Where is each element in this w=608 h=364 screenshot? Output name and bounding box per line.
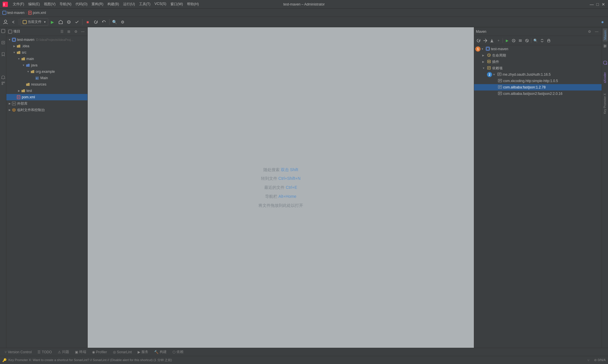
update-button[interactable] [92,18,100,26]
maven-search-btn[interactable]: 🔍 [532,37,539,44]
menu-navigate[interactable]: 导航(N) [58,1,73,7]
panel-collapse-btn[interactable]: ☰ [59,29,65,35]
tab-profiler[interactable]: ◉ Profiler [89,348,110,356]
tab-build-label: 构建 [160,349,167,354]
debug-button[interactable] [65,18,73,26]
maven-hide-btn[interactable]: — [593,28,600,35]
pom-file-icon [16,95,21,99]
tab-build[interactable]: 🔨 构建 [151,348,170,356]
refresh-button[interactable] [100,18,108,26]
maven-collapse-all-btn[interactable] [539,37,545,44]
tree-item-scratch[interactable]: ▶ 临时文件和控制台 [6,107,87,113]
right-tab-operations[interactable]: 運維 [602,48,608,52]
dropdown-arrow-icon: ▼ [44,21,46,23]
maven-deps-icon [487,66,491,71]
maven-skip-tests-btn[interactable] [524,37,530,44]
sidebar-bookmark-icon[interactable] [1,52,6,57]
right-tab-axcoder-label[interactable]: aXcoder [603,70,607,85]
stop-button[interactable]: ■ [84,18,91,26]
breadcrumb-file[interactable]: pom.xml [28,11,46,15]
right-tab-maven[interactable]: Maven [603,28,607,41]
menu-file[interactable]: 文件(F) [11,1,26,7]
maven-sep-2 [531,38,531,43]
maven-run-btn[interactable]: ▶ [504,37,510,44]
tree-item-src[interactable]: ▼ src [6,49,87,56]
close-button[interactable]: ✕ [601,2,606,7]
panel-autoscroll-btn[interactable]: ⊞ [66,29,72,35]
maximize-button[interactable]: □ [595,2,600,7]
tab-terminal[interactable]: ▣ 终端 [72,348,89,356]
notifications-button[interactable]: ● [599,18,606,26]
maven-item-dependencies[interactable]: ▼ 依赖项 [474,65,602,71]
problems-icon: ⚠ [58,350,61,354]
right-tab-key-promoter[interactable]: Key Promoter X [603,92,607,116]
menu-edit[interactable]: 编辑(E) [26,1,42,7]
settings-button[interactable]: ⚙ [119,18,127,26]
menu-view[interactable]: 视图(V) [42,1,57,7]
maven-item-fastjson-178[interactable]: com.alibaba:fastjson:1.2.78 [474,84,602,90]
run-config-dropdown[interactable]: 当前文件 ▼ [21,18,48,26]
tree-item-idea[interactable]: ▶ .idea [6,43,87,49]
menu-bar[interactable]: 文件(F) 编辑(E) 视图(V) 导航(N) 代码(O) 重构(R) 构建(B… [11,1,201,7]
tree-item-pom-xml[interactable]: pom.xml [6,94,87,100]
svg-text:C: C [36,77,38,80]
menu-run[interactable]: 运行(U) [121,1,137,7]
maven-item-lifecycle[interactable]: ▶ 生命周期 [474,52,602,59]
minimize-button[interactable]: — [589,2,594,7]
sonarlint-icon: ◎ [113,350,116,354]
tree-arrow-test-maven: ▼ [8,38,12,42]
tab-version-control[interactable]: ⑂ Version Control [2,348,35,356]
tree-item-main-class[interactable]: C Main [6,75,87,81]
maven-download-btn[interactable] [489,37,495,44]
menu-refactor[interactable]: 重构(R) [90,1,105,7]
toolbar-profile-button[interactable] [2,18,9,26]
run-button[interactable]: ▶ [49,18,56,26]
tree-item-resources[interactable]: resources [6,81,87,88]
maven-add-btn[interactable]: + [495,37,502,44]
maven-arrow-plugins: ▶ [482,60,486,63]
maven-item-simple-http[interactable]: com.xkcoding.http:simple-http:1.0.5 [474,78,602,84]
menu-code[interactable]: 代码(O) [74,1,89,7]
tree-label-test-maven: test-maven [17,38,34,42]
sidebar-structure-icon[interactable] [1,40,6,45]
title-bar-controls: — □ ✕ [589,2,606,7]
tab-sonarlint[interactable]: ◎ SonarLint [110,348,135,356]
coverage-button[interactable] [73,18,81,26]
maven-tools-btn[interactable] [546,37,552,44]
menu-window[interactable]: 窗口(W) [169,1,185,7]
menu-build[interactable]: 构建(B) [106,1,121,7]
maven-item-fastjson2[interactable]: com.alibaba.fastjson2:fastjson2:2.0.16 [474,90,602,97]
tree-item-java[interactable]: ▼ java [6,62,87,68]
maven-item-test-maven[interactable]: 1 ▼ test-maven [474,46,602,52]
maven-toggle-btn[interactable] [517,37,524,44]
tree-item-external-libs[interactable]: ▶ 外部库 [6,100,87,107]
menu-vcs[interactable]: VCS(S) [153,1,168,7]
maven-settings-btn[interactable]: ⚙ [586,28,593,35]
panel-settings-btn[interactable]: ⚙ [73,29,79,35]
sidebar-git-icon[interactable] [1,81,6,86]
maven-lifecycle-btn[interactable] [510,37,517,44]
tree-item-test[interactable]: ▶ test [6,88,87,94]
maven-item-justauth[interactable]: 2 ▼ me.zhyd.oauth:JustAuth:1.16.5 [474,71,602,78]
breadcrumb-project[interactable]: test-maven [2,11,24,15]
tab-problems[interactable]: ⚠ 问题 [55,348,72,356]
maven-item-plugins[interactable]: ▶ 插件 [474,59,602,65]
maven-generate-btn[interactable] [482,37,488,44]
menu-tools[interactable]: 工具(T) [137,1,152,7]
search-button[interactable]: 🔍 [111,18,118,26]
build-button[interactable] [57,18,64,26]
panel-hide-btn[interactable]: — [80,29,86,35]
tree-item-org-example[interactable]: ▼ org.example [6,68,87,75]
tab-todo[interactable]: ☰ TODO [35,348,55,356]
tree-item-test-maven[interactable]: ▼ test-maven D:\IdeaProjects\IdeaProj... [6,37,87,43]
right-tab-axcoder[interactable]: aX [602,59,608,66]
toolbar-back-button[interactable] [10,18,17,26]
sidebar-project-icon[interactable] [1,28,6,34]
tab-services[interactable]: ▶ 服务 [135,348,151,356]
menu-help[interactable]: 帮助(H) [185,1,201,7]
tree-item-main[interactable]: ▼ main [6,56,87,62]
git-branch-icon: ⑂ [587,358,589,362]
maven-reload-btn[interactable] [475,37,482,44]
tab-deps[interactable]: ⬡ 依赖 [170,348,186,356]
sidebar-notifications-icon[interactable] [1,75,6,80]
